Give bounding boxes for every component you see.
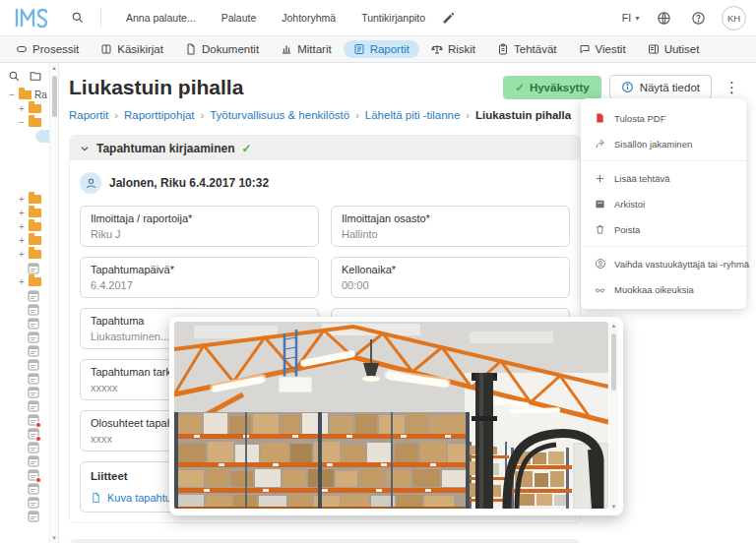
breadcrumb-separator: › [466, 109, 470, 121]
field-label: Ilmoittajan osasto* [342, 212, 559, 224]
field-kellonaika[interactable]: Kellonaika*00:00 [331, 257, 570, 298]
file-icon [91, 492, 101, 504]
field-label: Ilmoittaja / raportoija* [91, 212, 308, 224]
chevron-down-icon: ▼ [634, 15, 641, 22]
scroll-up-icon[interactable]: ▲ [50, 65, 58, 71]
report-form-icon [28, 263, 39, 274]
document-icon [185, 43, 197, 55]
report-form-icon [28, 318, 39, 330]
report-form-icon [28, 290, 39, 302]
report-form-icon [28, 332, 39, 343]
language-code: FI [622, 12, 631, 24]
breadcrumb-lahelta-piti[interactable]: Läheltä piti -tilanne [365, 109, 461, 121]
tree-search-icon[interactable] [8, 70, 21, 83]
check-icon: ✓ [241, 142, 251, 155]
kebab-menu-button[interactable]: ⋮ [720, 79, 744, 96]
tab-dokumentit[interactable]: Dokumentit [175, 40, 269, 58]
report-icon [353, 43, 365, 55]
menu-item-delete[interactable]: Poista [581, 216, 746, 242]
menu-item-edit-permissions[interactable]: Muokkaa oikeuksia [581, 276, 746, 302]
tree-node-label: Ra [34, 90, 47, 100]
field-value: 00:00 [342, 279, 559, 291]
menu-item-share[interactable]: Sisällön jakaminen [581, 131, 746, 156]
field-osasto[interactable]: Ilmoittajan osasto*Hallinto [331, 206, 570, 247]
field-tapahtumapaiva[interactable]: Tapahtumapäivä*6.4.2017 [80, 257, 319, 298]
tab-mittarit[interactable]: Mittarit [271, 40, 342, 58]
field-label: Kellonaika* [342, 264, 559, 275]
report-form-icon [28, 455, 39, 467]
glasses-icon [594, 284, 606, 295]
expand-icon[interactable]: + [18, 235, 26, 246]
scrollbar-thumb[interactable] [52, 76, 57, 117]
sidebar-scrollbar[interactable]: ▲ ▼ [49, 63, 58, 543]
expand-icon[interactable]: + [18, 208, 26, 218]
avatar[interactable]: KH [722, 6, 746, 30]
menu-item-label: Poista [614, 224, 640, 235]
tab-uutiset[interactable]: Uutiset [638, 40, 710, 58]
breadcrumb-raportit[interactable]: Raportit [69, 109, 108, 121]
folder-icon [19, 90, 32, 99]
menu-item-print-pdf[interactable]: Tulosta PDF [581, 105, 746, 131]
field-label: Tapahtumapäivä* [91, 264, 308, 275]
scroll-down-icon[interactable]: ▼ [50, 535, 58, 541]
tab-label: Prosessit [32, 43, 79, 55]
tab-kasikirjat[interactable]: Käsikirjat [91, 40, 173, 58]
expand-icon[interactable]: + [18, 221, 26, 232]
tree-sidebar: −Ra + − + + + + + + ▲ ▼ [0, 63, 59, 543]
globe-icon[interactable] [653, 7, 675, 30]
menu-item-add-task[interactable]: Lisää tehtävä [581, 165, 746, 191]
menu-item-change-owner[interactable]: Vaihda vastuukäyttäjä tai -ryhmä [581, 251, 746, 276]
topbar-link-tuntikirjanpito[interactable]: Tuntikirjanpito [361, 12, 425, 24]
menu-item-label: Lisää tehtävä [614, 173, 670, 184]
topbar-link-johtoryhma[interactable]: Johtoryhmä [282, 12, 336, 24]
field-value: Hallinto [342, 228, 559, 240]
author-name: Jalonen, Riku 6.4.2017 10:32 [109, 176, 269, 190]
topbar-link-anna-palaute[interactable]: Anna palaute... [126, 12, 196, 24]
folder-icon [29, 209, 41, 217]
report-form-icon [28, 304, 39, 316]
scroll-up-icon[interactable]: ▲ [609, 323, 618, 329]
pencil-icon[interactable] [438, 8, 459, 29]
expand-icon[interactable]: + [18, 103, 26, 114]
warehouse-photo[interactable] [174, 322, 608, 509]
field-ilmoittaja[interactable]: Ilmoittaja / raportoija*Riku J [80, 206, 319, 247]
tab-viestit[interactable]: Viestit [569, 40, 636, 58]
scrollbar-thumb[interactable] [611, 333, 616, 391]
breadcrumb-separator: › [114, 109, 118, 121]
folder-icon [29, 195, 41, 204]
menu-divider [581, 246, 746, 247]
topbar-link-palaute[interactable]: Palaute [221, 12, 257, 24]
archive-icon [594, 199, 606, 210]
expand-icon[interactable]: + [18, 276, 26, 287]
tab-label: Mittarit [297, 43, 332, 55]
tab-label: Käsikirjat [117, 43, 163, 55]
tab-riskit[interactable]: Riskit [421, 40, 485, 58]
section-header-kirjaaminen[interactable]: Tapahtuman kirjaaminen ✓ [70, 136, 580, 160]
tab-label: Dokumentit [202, 43, 259, 55]
search-icon[interactable] [67, 7, 89, 29]
collapse-icon[interactable]: − [18, 117, 26, 128]
breadcrumb-current: Liukastuin pihalla [475, 109, 571, 121]
status-badge-approved[interactable]: ✓Hyväksytty [503, 76, 600, 99]
show-details-button[interactable]: Näytä tiedot [609, 75, 712, 99]
menu-item-label: Arkistoi [614, 199, 645, 210]
expand-icon[interactable]: + [18, 194, 26, 205]
tab-raportit[interactable]: Raportit [344, 40, 419, 58]
tab-tehtavat[interactable]: Tehtävät [487, 40, 566, 58]
breadcrumb-raporttipohjat[interactable]: Raporttipohjat [124, 109, 195, 121]
tree-collection-icon[interactable] [29, 70, 42, 83]
menu-item-archive[interactable]: Arkistoi [581, 191, 746, 216]
language-selector[interactable]: FI ▼ [622, 12, 641, 24]
breadcrumb-tyoturvallisuus[interactable]: Työturvallisuus & henkilöstö [210, 109, 349, 121]
info-icon [621, 81, 634, 93]
help-icon[interactable] [687, 7, 710, 30]
scroll-down-icon[interactable]: ▼ [609, 504, 618, 510]
ims-logo[interactable] [14, 6, 49, 30]
report-form-icon [28, 373, 39, 385]
tab-prosessit[interactable]: Prosessit [6, 40, 89, 58]
expand-icon[interactable]: + [18, 249, 26, 260]
report-form-icon [28, 511, 39, 522]
collapse-icon[interactable]: − [8, 90, 16, 100]
popup-scrollbar[interactable]: ▲ ▼ [609, 322, 618, 511]
folder-icon [29, 118, 41, 127]
